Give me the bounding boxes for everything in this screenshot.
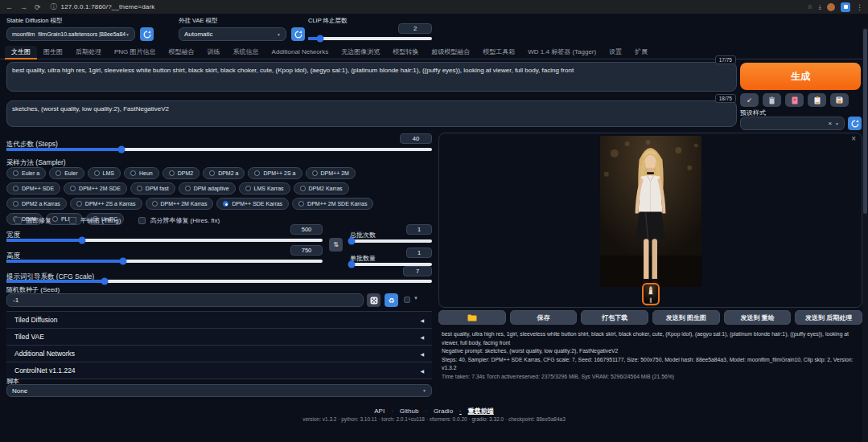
zip-download-button[interactable]: 打包下载: [581, 310, 648, 325]
extra-networks-button[interactable]: [785, 93, 804, 107]
extension-icon[interactable]: [841, 2, 850, 12]
main-tab[interactable]: 扩展: [628, 46, 654, 59]
send-to-img2img-button[interactable]: 发送到 图生图: [652, 310, 720, 325]
prompt-input[interactable]: best quality, ultra high res, 1girl, sle…: [6, 62, 737, 92]
sampler-radio[interactable]: DPM++ 2M Karras: [146, 198, 214, 210]
browser-back-icon[interactable]: ←: [6, 3, 13, 11]
read-params-button[interactable]: ↙: [740, 93, 759, 107]
option-checkbox[interactable]: 高分辨率修复 (Hires. fix): [138, 216, 220, 225]
browser-menu-icon[interactable]: ⋮: [856, 3, 863, 11]
sampler-radio[interactable]: DPM2 a Karras: [6, 198, 67, 210]
width-value[interactable]: 500: [290, 224, 323, 235]
main-tab[interactable]: 无边图像浏览: [335, 46, 386, 59]
sampler-radio[interactable]: DPM++ 2S a: [248, 167, 302, 179]
batch-count-slider[interactable]: [350, 239, 432, 243]
main-tab[interactable]: 模型转换: [386, 46, 425, 59]
model-select-dropdown[interactable]: moonfilm_filmGrain10.safetensors [88ee5a…: [6, 27, 135, 41]
seed-extra-checkbox[interactable]: [404, 297, 410, 303]
accordion-header[interactable]: Tiled VAE ◀: [6, 329, 432, 346]
sampler-radio[interactable]: LMS Karras: [239, 182, 290, 194]
option-checkbox[interactable]: 平铺图 (Tiling): [69, 216, 121, 225]
download-icon[interactable]: ⤓: [818, 3, 821, 11]
send-to-extras-button[interactable]: 发送到 后期处理: [795, 310, 862, 325]
sampler-radio[interactable]: Euler a: [6, 167, 46, 179]
sampler-radio[interactable]: DPM2: [162, 167, 200, 179]
footer-link[interactable]: API: [374, 407, 385, 415]
script-dropdown[interactable]: None ▼: [6, 384, 432, 397]
save-button[interactable]: 保存: [510, 310, 578, 325]
main-tab[interactable]: WD 1.4 标签器 (Tagger): [521, 46, 603, 59]
sampler-radio[interactable]: DPM++ 2M: [306, 167, 356, 179]
reuse-seed-button[interactable]: ♻: [385, 293, 398, 307]
random-seed-button[interactable]: [367, 293, 381, 307]
styles-dropdown[interactable]: × ▼: [740, 117, 845, 130]
sampler-radio[interactable]: DPM2 Karras: [294, 182, 349, 194]
gallery-thumbnail-selected[interactable]: [642, 283, 660, 305]
close-icon[interactable]: ×: [851, 134, 856, 143]
sampler-radio[interactable]: Euler: [49, 167, 84, 179]
sampler-radio[interactable]: DPM fast: [130, 182, 175, 194]
sampler-radio[interactable]: DPM++ SDE: [6, 182, 60, 194]
vae-refresh-button[interactable]: [291, 27, 305, 41]
batch-size-value[interactable]: 1: [406, 248, 432, 258]
clip-skip-slider[interactable]: [308, 37, 432, 40]
steps-slider[interactable]: [6, 148, 432, 151]
accordion-header[interactable]: Additional Networks ◀: [6, 346, 432, 362]
sampler-radio[interactable]: DPM adaptive: [179, 182, 236, 194]
clip-skip-value[interactable]: 2: [398, 23, 432, 34]
main-tab[interactable]: 图生图: [37, 46, 69, 59]
main-tab[interactable]: 文生图: [5, 46, 37, 59]
vae-select-dropdown[interactable]: Automatic ▼: [179, 27, 286, 41]
model-refresh-button[interactable]: [140, 27, 154, 41]
steps-value[interactable]: 40: [400, 133, 432, 144]
sampler-radio[interactable]: DPM++ 2M SDE: [64, 182, 127, 194]
clear-prompt-button[interactable]: [763, 93, 781, 107]
main-tab[interactable]: 系统信息: [227, 46, 265, 59]
main-tab[interactable]: 模型融合: [162, 46, 201, 59]
sampler-radio[interactable]: LMS: [88, 167, 121, 179]
clear-icon[interactable]: ×: [828, 120, 832, 127]
main-tab[interactable]: 模型工具箱: [476, 46, 521, 59]
swap-dimensions-button[interactable]: ⇅: [329, 238, 343, 252]
main-tab[interactable]: 设置: [603, 46, 628, 59]
cfg-value[interactable]: 7: [403, 266, 432, 276]
negative-prompt-input[interactable]: sketches, (worst quality, low quality:2)…: [6, 100, 737, 127]
sampler-radio[interactable]: DPM++ SDE Karras: [216, 198, 289, 210]
url-bar[interactable]: 127.0.0.1:7860/?__theme=dark: [61, 3, 155, 10]
send-to-inpaint-button[interactable]: 发送到 重绘: [724, 310, 792, 325]
seed-input[interactable]: -1: [6, 293, 364, 307]
apply-style-button[interactable]: [808, 93, 826, 107]
open-folder-button[interactable]: [438, 310, 506, 325]
accordion-header[interactable]: ControlNet v1.1.224 ◀: [6, 362, 432, 379]
sampler-radio[interactable]: DPM++ 2M SDE Karras: [292, 198, 373, 210]
main-tab[interactable]: 后期处理: [69, 46, 108, 59]
footer-link[interactable]: 重载前端: [459, 407, 494, 415]
option-checkbox[interactable]: 面部修复: [14, 216, 51, 225]
height-value[interactable]: 750: [290, 245, 323, 256]
sampler-radio[interactable]: DPM2 a: [203, 167, 245, 179]
footer-link[interactable]: Github: [391, 407, 418, 415]
site-info-icon[interactable]: ⓘ: [51, 2, 57, 11]
main-tab[interactable]: Additional Networks: [265, 46, 335, 59]
browser-forward-icon[interactable]: →: [20, 3, 27, 11]
generate-button[interactable]: 生成: [740, 63, 861, 90]
chevron-down-icon[interactable]: ▼: [413, 296, 418, 301]
main-tab[interactable]: 超级模型融合: [425, 46, 476, 59]
footer-link[interactable]: Gradio: [425, 407, 453, 415]
sampler-radio[interactable]: DPM++ 2S a Karras: [70, 198, 142, 210]
page-scrollbar[interactable]: [862, 27, 868, 442]
browser-reload-icon[interactable]: ⟳: [35, 3, 41, 11]
main-tab[interactable]: PNG 图片信息: [108, 46, 162, 59]
batch-count-value[interactable]: 1: [406, 224, 432, 235]
save-style-button[interactable]: [830, 93, 849, 107]
generated-image[interactable]: [599, 136, 701, 287]
bookmark-star-icon[interactable]: ☆: [807, 3, 812, 10]
styles-refresh-button[interactable]: [848, 117, 862, 130]
main-tab[interactable]: 训练: [201, 46, 227, 59]
browser-profile-avatar[interactable]: [827, 3, 835, 11]
accordion-header[interactable]: Tiled Diffusion ◀: [6, 312, 432, 329]
width-slider[interactable]: [6, 239, 323, 242]
height-slider[interactable]: [6, 260, 323, 263]
sampler-radio[interactable]: Heun: [124, 167, 159, 179]
cfg-slider[interactable]: [6, 280, 432, 283]
